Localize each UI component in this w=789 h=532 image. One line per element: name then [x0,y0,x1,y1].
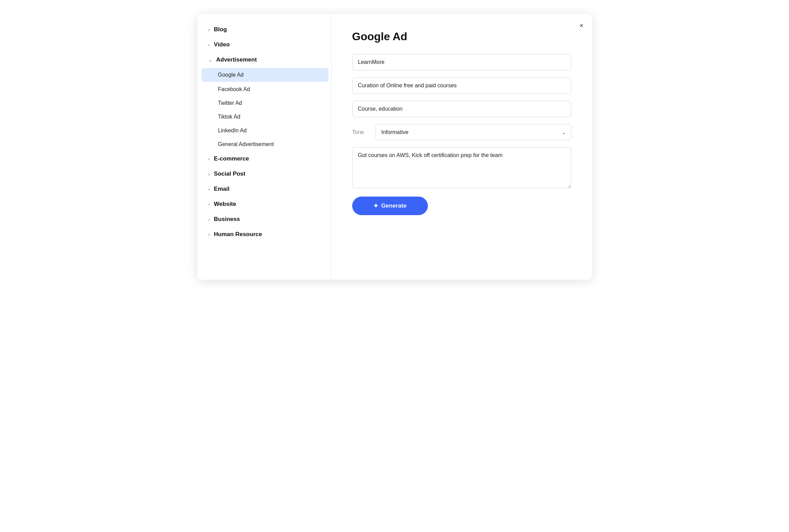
sidebar-item-human-resource[interactable]: › Human Resource [197,227,331,242]
sidebar-item-blog[interactable]: › Blog [197,22,331,37]
sidebar-subitem-facebook-ad[interactable]: Facebook Ad [197,82,331,96]
sidebar-item-ecommerce[interactable]: › E-commerce [197,151,331,166]
sidebar-item-website[interactable]: › Website [197,197,331,212]
chevron-right-icon: › [208,42,210,47]
sidebar-subitem-tiktok-ad[interactable]: Tiktok Ad [197,110,331,124]
modal-container: × › Blog › Video ⌄ Advertisement Google … [197,14,592,280]
sidebar-item-label: E-commerce [214,155,249,162]
tone-select[interactable]: Informative Persuasive Casual Formal Hum… [376,124,571,140]
field2-input[interactable] [352,77,571,94]
sidebar-item-email[interactable]: › Email [197,181,331,197]
sidebar-item-label: Website [214,201,236,208]
close-button[interactable]: × [578,21,585,30]
sidebar-item-label: Email [214,186,229,192]
chevron-right-icon: › [208,232,210,237]
sidebar-subitem-label: LinkedIn Ad [218,128,247,134]
field1-wrapper [352,54,571,70]
sidebar-subitem-label: General Advertisement [218,141,274,147]
chevron-right-icon: › [208,187,210,192]
tone-select-wrapper: Informative Persuasive Casual Formal Hum… [376,124,571,140]
sidebar-item-label: Business [214,216,240,223]
tone-label: Tone [352,129,369,135]
page-title: Google Ad [352,30,571,43]
field3-wrapper [352,101,571,117]
generate-button[interactable]: ✦ Generate [352,197,428,215]
sidebar-item-social-post[interactable]: › Social Post [197,166,331,181]
sidebar-item-business[interactable]: › Business [197,212,331,227]
chevron-right-icon: › [208,171,210,177]
sidebar-item-advertisement[interactable]: ⌄ Advertisement [197,52,331,67]
chevron-right-icon: › [208,27,210,32]
textarea-wrapper: Got courses on AWS, Kick off certificati… [352,147,571,190]
sidebar-subitem-google-ad[interactable]: Google Ad [202,68,328,82]
generate-label: Generate [381,202,407,209]
sidebar-item-label: Social Post [214,170,246,177]
sidebar-subitem-label: Tiktok Ad [218,114,240,120]
sidebar: › Blog › Video ⌄ Advertisement Google Ad… [197,14,332,280]
sidebar-item-label: Human Resource [214,231,262,238]
field3-input[interactable] [352,101,571,117]
field2-wrapper [352,77,571,94]
sidebar-subitem-general-advertisement[interactable]: General Advertisement [197,137,331,151]
chevron-right-icon: › [208,217,210,222]
sidebar-subitem-label: Facebook Ad [218,86,250,92]
sidebar-item-label: Advertisement [216,56,257,63]
sparkle-icon: ✦ [373,202,378,210]
sidebar-subitem-label: Google Ad [218,72,244,78]
sidebar-subitem-label: Twitter Ad [218,100,242,106]
field1-input[interactable] [352,54,571,70]
main-content: Google Ad Tone Informative Persuasive Ca… [332,14,592,280]
sidebar-item-video[interactable]: › Video [197,37,331,52]
sidebar-item-label: Video [214,41,230,48]
chevron-right-icon: › [208,202,210,207]
sidebar-subitem-twitter-ad[interactable]: Twitter Ad [197,96,331,110]
tone-row: Tone Informative Persuasive Casual Forma… [352,124,571,140]
chevron-down-icon: ⌄ [208,57,212,63]
chevron-right-icon: › [208,156,210,162]
sidebar-subitem-linkedin-ad[interactable]: LinkedIn Ad [197,124,331,137]
sidebar-item-label: Blog [214,26,227,33]
description-textarea[interactable]: Got courses on AWS, Kick off certificati… [352,147,571,188]
